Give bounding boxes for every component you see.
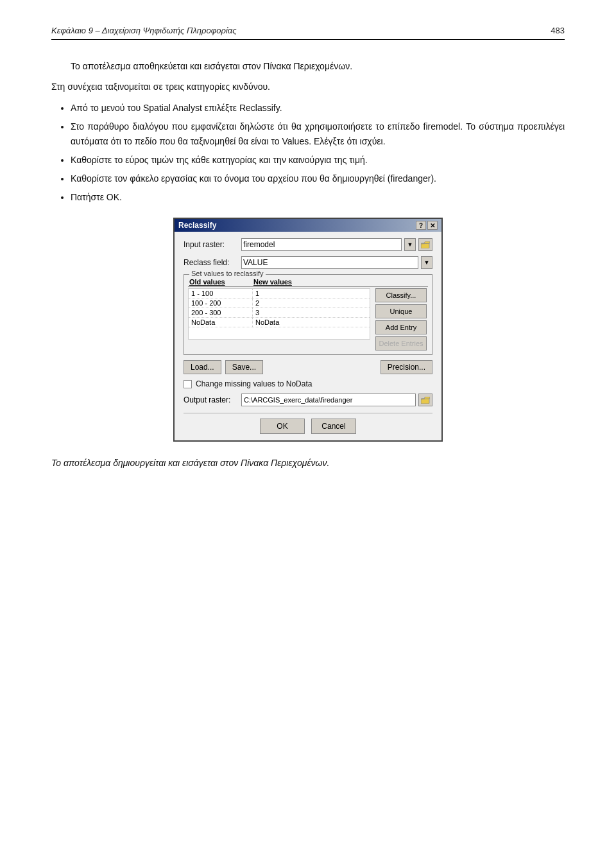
separator bbox=[184, 413, 432, 413]
reclass-field-row: Reclass field: ▼ bbox=[184, 256, 432, 269]
chapter-title: Κεφάλαιο 9 – Διαχείριση Ψηφιδωτής Πληροφ… bbox=[51, 26, 237, 35]
page-header: Κεφάλαιο 9 – Διαχείριση Ψηφιδωτής Πληροφ… bbox=[51, 26, 565, 40]
col-new-header: New values bbox=[252, 277, 329, 286]
bullet-item-1: Στο παράθυρο διαλόγου που εμφανίζεται δη… bbox=[71, 119, 565, 149]
ok-button[interactable]: OK bbox=[260, 419, 305, 434]
dialog-titlebar: Reclassify ? ✕ bbox=[175, 219, 441, 232]
unique-button[interactable]: Unique bbox=[375, 304, 427, 318]
delete-entries-button[interactable]: Delete Entries bbox=[375, 336, 427, 350]
reclassify-group: Set values to reclassify Old values New … bbox=[184, 274, 432, 355]
load-save-left: Load... Save... bbox=[184, 360, 263, 374]
table-row-1: 100 - 200 2 bbox=[189, 299, 370, 308]
table-row-3: NoData NoData bbox=[189, 318, 370, 327]
table-row-2: 200 - 300 3 bbox=[189, 308, 370, 318]
reclass-field-dropdown[interactable]: ▼ bbox=[421, 256, 432, 269]
bullet-item-3: Καθορίστε τον φάκελο εργασίας και το όνο… bbox=[71, 171, 565, 186]
output-raster-row: Output raster: bbox=[184, 394, 432, 406]
output-raster-field[interactable] bbox=[241, 394, 416, 406]
footer-text: Το αποτέλεσμα δημιουργείται και εισάγετα… bbox=[51, 458, 565, 468]
input-raster-wrap: ▼ bbox=[241, 238, 432, 251]
intro-paragraph-2: Στη συνέχεια ταξινομείται σε τρεις κατηγ… bbox=[51, 80, 565, 94]
load-button[interactable]: Load... bbox=[184, 360, 221, 374]
table-header: Old values New values bbox=[188, 277, 428, 287]
dialog-body: Input raster: ▼ Reclass fi bbox=[175, 232, 441, 440]
help-button[interactable]: ? bbox=[416, 221, 426, 230]
input-raster-field[interactable] bbox=[241, 238, 402, 251]
table-left: 1 - 100 1 100 - 200 2 200 - 300 3 NoData… bbox=[188, 288, 370, 350]
table-row-0: 1 - 100 1 bbox=[189, 289, 370, 299]
cell-old-3: NoData bbox=[189, 318, 253, 327]
reclass-field-wrap: ▼ bbox=[241, 256, 432, 269]
close-button[interactable]: ✕ bbox=[427, 221, 438, 230]
input-raster-label: Input raster: bbox=[184, 240, 241, 249]
col-old-header: Old values bbox=[188, 277, 252, 286]
bullet-item-0: Από το μενού του Spatial Analyst επιλέξτ… bbox=[71, 101, 565, 116]
bullet-item-2: Καθορίστε το εύρος τιμών της κάθε κατηγο… bbox=[71, 153, 565, 168]
table-data-area: 1 - 100 1 100 - 200 2 200 - 300 3 NoData… bbox=[188, 288, 428, 350]
page-number: 483 bbox=[551, 26, 565, 35]
save-button[interactable]: Save... bbox=[225, 360, 263, 374]
dialog-wrapper: Reclassify ? ✕ Input raster: ▼ bbox=[51, 218, 565, 442]
bullet-item-4: Πατήστε ΟΚ. bbox=[71, 190, 565, 205]
output-raster-label: Output raster: bbox=[184, 395, 241, 404]
ok-cancel-row: OK Cancel bbox=[184, 419, 432, 434]
load-save-row: Load... Save... Precision... bbox=[184, 360, 432, 374]
group-legend: Set values to reclassify bbox=[189, 270, 266, 277]
dialog-title: Reclassify bbox=[178, 221, 216, 230]
reclass-field-label: Reclass field: bbox=[184, 258, 241, 267]
cell-old-0: 1 - 100 bbox=[189, 289, 253, 298]
checkbox-row: Change missing values to NoData bbox=[184, 379, 432, 388]
output-raster-browse[interactable] bbox=[418, 394, 432, 406]
intro-paragraph-1: Το αποτέλεσμα αποθηκεύεται και εισάγεται… bbox=[51, 59, 565, 73]
cell-new-0: 1 bbox=[253, 289, 317, 298]
reclass-field-input[interactable] bbox=[241, 256, 418, 269]
table-data-rows: 1 - 100 1 100 - 200 2 200 - 300 3 NoData… bbox=[188, 288, 370, 340]
input-raster-browse[interactable] bbox=[418, 238, 432, 251]
cell-new-1: 2 bbox=[253, 299, 317, 307]
cell-old-1: 100 - 200 bbox=[189, 299, 253, 307]
titlebar-buttons: ? ✕ bbox=[416, 221, 438, 230]
precision-button[interactable]: Precision... bbox=[381, 360, 432, 374]
input-raster-row: Input raster: ▼ bbox=[184, 238, 432, 251]
bullet-list: Από το μενού του Spatial Analyst επιλέξτ… bbox=[71, 101, 565, 205]
page: Κεφάλαιο 9 – Διαχείριση Ψηφιδωτής Πληροφ… bbox=[0, 0, 616, 848]
cell-new-3: NoData bbox=[253, 318, 317, 327]
cancel-button[interactable]: Cancel bbox=[311, 419, 356, 434]
checkbox-label: Change missing values to NoData bbox=[196, 379, 312, 388]
add-entry-button[interactable]: Add Entry bbox=[375, 320, 427, 334]
classify-button[interactable]: Classify... bbox=[375, 288, 427, 302]
cell-old-2: 200 - 300 bbox=[189, 308, 253, 317]
table-right-buttons: Classify... Unique Add Entry Delete Entr… bbox=[370, 288, 428, 350]
cell-new-2: 3 bbox=[253, 308, 317, 317]
reclassify-dialog: Reclassify ? ✕ Input raster: ▼ bbox=[173, 218, 443, 442]
input-raster-dropdown[interactable]: ▼ bbox=[404, 238, 416, 251]
missing-values-checkbox[interactable] bbox=[184, 380, 192, 388]
